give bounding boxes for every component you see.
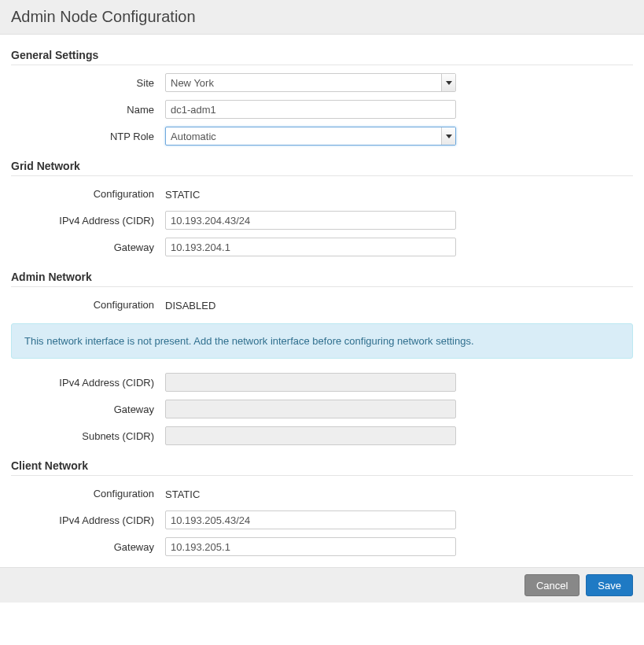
grid-ipv4-input[interactable] [165, 211, 456, 230]
row-admin-gateway: Gateway [11, 400, 633, 418]
site-select-value: New York [166, 77, 441, 89]
row-admin-ipv4: IPv4 Address (CIDR) [11, 373, 633, 392]
label-site: Site [11, 77, 165, 89]
label-admin-ipv4: IPv4 Address (CIDR) [11, 377, 165, 389]
client-config-value: STATIC [165, 487, 456, 500]
grid-gateway-input[interactable] [165, 238, 456, 256]
admin-subnets-input [165, 426, 456, 445]
grid-config-value: STATIC [165, 187, 456, 201]
admin-gateway-input [165, 400, 456, 418]
page-title: Admin Node Configuration [11, 8, 633, 26]
label-client-ipv4: IPv4 Address (CIDR) [11, 514, 165, 526]
row-client-ipv4: IPv4 Address (CIDR) [11, 510, 633, 529]
name-input[interactable] [165, 100, 456, 119]
row-admin-config: Configuration DISABLED [11, 295, 633, 314]
dropdown-icon [441, 127, 455, 145]
ntp-select[interactable]: Automatic [165, 127, 456, 146]
section-admin-title: Admin Network [11, 271, 633, 287]
section-general-title: General Settings [11, 49, 633, 65]
header-bar: Admin Node Configuration [0, 0, 644, 35]
label-name: Name [11, 104, 165, 116]
save-button[interactable]: Save [586, 574, 633, 596]
footer-bar: Cancel Save [0, 567, 644, 603]
label-client-config: Configuration [11, 488, 165, 499]
label-grid-ipv4: IPv4 Address (CIDR) [11, 215, 165, 227]
site-select[interactable]: New York [165, 73, 456, 92]
label-admin-subnets: Subnets (CIDR) [11, 430, 165, 442]
ntp-select-value: Automatic [166, 131, 441, 142]
dropdown-icon [441, 74, 455, 91]
svg-marker-0 [446, 81, 452, 85]
label-ntp: NTP Role [11, 131, 165, 142]
label-admin-config: Configuration [11, 299, 165, 311]
cancel-button[interactable]: Cancel [524, 574, 580, 596]
client-ipv4-input[interactable] [165, 510, 456, 529]
svg-marker-1 [446, 135, 452, 138]
row-client-gateway: Gateway [11, 537, 633, 556]
section-grid-title: Grid Network [11, 160, 633, 176]
content-area: General Settings Site New York Name NTP … [0, 49, 644, 556]
row-name: Name [11, 100, 633, 119]
row-grid-config: Configuration STATIC [11, 184, 633, 203]
label-client-gateway: Gateway [11, 541, 165, 553]
label-grid-config: Configuration [11, 188, 165, 200]
row-admin-subnets: Subnets (CIDR) [11, 426, 633, 445]
admin-config-value: DISABLED [165, 298, 456, 311]
section-client-title: Client Network [11, 459, 633, 476]
label-admin-gateway: Gateway [11, 404, 165, 415]
admin-ipv4-input [165, 373, 456, 392]
row-grid-gateway: Gateway [11, 238, 633, 256]
client-gateway-input[interactable] [165, 537, 456, 556]
row-client-config: Configuration STATIC [11, 484, 633, 503]
row-ntp: NTP Role Automatic [11, 127, 633, 146]
row-site: Site New York [11, 73, 633, 92]
label-grid-gateway: Gateway [11, 241, 165, 253]
row-grid-ipv4: IPv4 Address (CIDR) [11, 211, 633, 230]
admin-alert: This network interface is not present. A… [11, 323, 633, 359]
